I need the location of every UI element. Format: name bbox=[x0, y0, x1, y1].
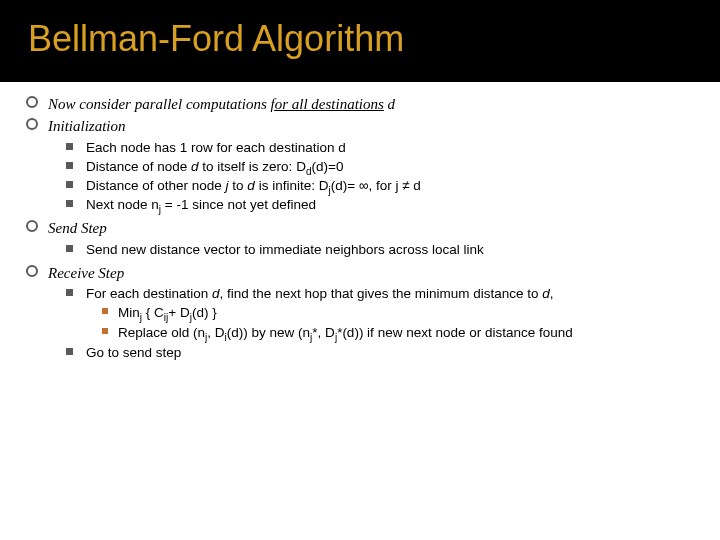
list-item-lvl2: Distance of node d to itself is zero: Dd… bbox=[60, 158, 700, 176]
item-text: Replace old (nj, Di(d)) by new (nj*, Dj*… bbox=[118, 325, 573, 340]
slide-title: Bellman-Ford Algorithm bbox=[28, 18, 692, 60]
list-item-lvl3: Replace old (nj, Di(d)) by new (nj*, Dj*… bbox=[96, 324, 700, 342]
list-item-lvl2: Send new distance vector to immediate ne… bbox=[60, 241, 700, 259]
item-text: Initialization bbox=[48, 118, 126, 134]
list-item-lvl2: Next node nj = -1 since not yet defined bbox=[60, 196, 700, 214]
circle-bullet-icon bbox=[26, 118, 38, 130]
list-item-lvl2: For each destination d, find the next ho… bbox=[60, 285, 700, 342]
slide-content: Now consider parallel computations for a… bbox=[0, 82, 720, 362]
item-text: Send new distance vector to immediate ne… bbox=[86, 242, 484, 257]
bullet-icon bbox=[102, 308, 108, 314]
circle-bullet-icon bbox=[26, 265, 38, 277]
bullet-icon bbox=[102, 328, 108, 334]
bullet-icon bbox=[66, 245, 73, 252]
bullet-icon bbox=[66, 348, 73, 355]
list-item-lvl1: Now consider parallel computations for a… bbox=[20, 94, 700, 114]
item-text: Each node has 1 row for each destination… bbox=[86, 140, 346, 155]
bullet-icon bbox=[66, 143, 73, 150]
item-text: Send Step bbox=[48, 220, 107, 236]
list-item-lvl1: InitializationEach node has 1 row for ea… bbox=[20, 116, 700, 214]
list-item-lvl3: Minj { Cij+ Dj(d) } bbox=[96, 304, 700, 322]
list-item-lvl1: Receive StepFor each destination d, find… bbox=[20, 263, 700, 362]
bullet-icon bbox=[66, 200, 73, 207]
slide-header: Bellman-Ford Algorithm bbox=[0, 0, 720, 82]
item-text: Minj { Cij+ Dj(d) } bbox=[118, 305, 217, 320]
bullet-icon bbox=[66, 181, 73, 188]
item-text: Distance of other node j to d is infinit… bbox=[86, 178, 421, 193]
bullet-list: Now consider parallel computations for a… bbox=[20, 94, 700, 362]
item-text: Now consider parallel computations for a… bbox=[48, 96, 395, 112]
bullet-icon bbox=[66, 162, 73, 169]
list-item-lvl1: Send StepSend new distance vector to imm… bbox=[20, 218, 700, 258]
list-item-lvl2: Each node has 1 row for each destination… bbox=[60, 139, 700, 157]
item-text: Distance of node d to itself is zero: Dd… bbox=[86, 159, 343, 174]
item-text: Go to send step bbox=[86, 345, 181, 360]
item-text: Receive Step bbox=[48, 265, 124, 281]
list-item-lvl2: Distance of other node j to d is infinit… bbox=[60, 177, 700, 195]
item-text: Next node nj = -1 since not yet defined bbox=[86, 197, 316, 212]
circle-bullet-icon bbox=[26, 96, 38, 108]
circle-bullet-icon bbox=[26, 220, 38, 232]
item-text: For each destination d, find the next ho… bbox=[86, 286, 554, 301]
list-item-lvl2: Go to send step bbox=[60, 344, 700, 362]
bullet-icon bbox=[66, 289, 73, 296]
